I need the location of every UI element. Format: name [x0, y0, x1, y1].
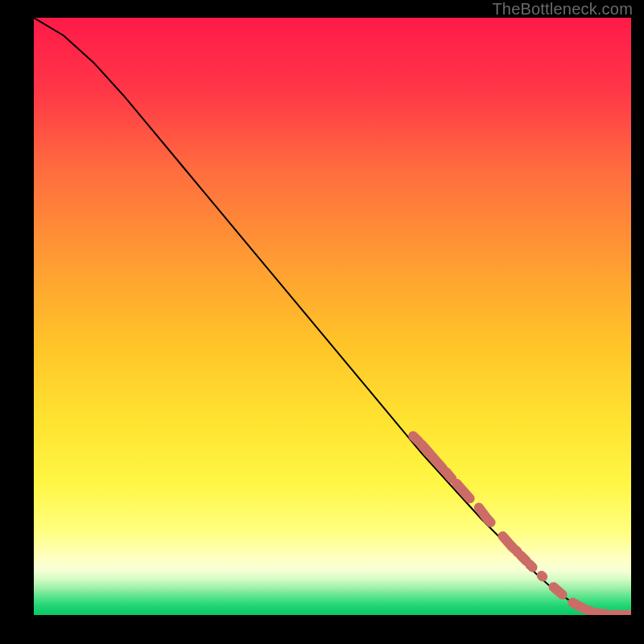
- marker-segment: [572, 602, 583, 608]
- marker-segment: [598, 613, 606, 614]
- marker-segment: [554, 587, 563, 595]
- chart-svg: [34, 18, 631, 615]
- marker-segment: [542, 576, 543, 576]
- marker-segment: [446, 472, 452, 479]
- marker-segment: [413, 436, 419, 441]
- plot-area: [34, 18, 631, 615]
- marker-segment: [530, 564, 533, 568]
- marker-segment: [488, 519, 491, 522]
- marker-segment: [588, 610, 592, 612]
- gradient-background: [34, 18, 631, 615]
- marker-segment: [521, 555, 526, 561]
- chart-stage: TheBottleneck.com: [0, 0, 644, 644]
- watermark-label: TheBottleneck.com: [492, 0, 633, 19]
